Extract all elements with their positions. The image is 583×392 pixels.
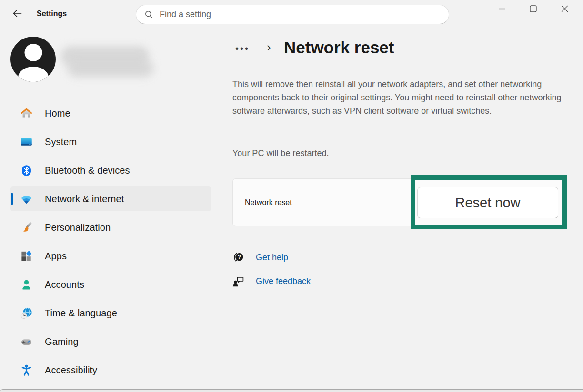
network-reset-label: Network reset [245, 198, 292, 207]
sidebar-item-accessibility[interactable]: Accessibility [10, 358, 211, 382]
sidebar-item-label: Gaming [45, 336, 79, 347]
breadcrumb-ellipsis[interactable]: ••• [235, 44, 250, 53]
back-button[interactable] [10, 7, 24, 21]
sidebar-item-apps[interactable]: Apps [10, 244, 211, 268]
system-icon [20, 136, 33, 148]
accounts-person-icon [20, 278, 33, 291]
bluetooth-icon [20, 164, 33, 177]
sidebar-item-label: System [45, 137, 77, 147]
wifi-icon [20, 193, 33, 206]
apps-icon [20, 250, 33, 263]
give-feedback-icon [232, 275, 245, 288]
back-arrow-icon [12, 8, 22, 20]
accessibility-person-icon [20, 364, 33, 377]
avatar-head-shape [24, 44, 42, 61]
search-input[interactable] [160, 10, 442, 20]
close-button[interactable] [549, 0, 580, 19]
paintbrush-icon [20, 221, 33, 234]
close-icon [560, 4, 570, 16]
globe-clock-icon [20, 307, 33, 320]
selected-indicator [11, 193, 13, 205]
user-email-redacted [68, 60, 153, 77]
restart-note: Your PC will be restarted. [232, 148, 329, 158]
get-help-icon: ? [232, 251, 245, 264]
search-icon [144, 10, 153, 19]
app-title: Settings [37, 10, 67, 18]
get-help-link[interactable]: Get help [256, 253, 288, 263]
window-bottom-edge [0, 389, 583, 392]
avatar-shoulders-shape [18, 67, 49, 82]
maximize-icon [528, 4, 538, 16]
sidebar-item-label: Apps [45, 251, 67, 262]
sidebar-item-bluetooth[interactable]: Bluetooth & devices [10, 158, 211, 183]
avatar[interactable] [10, 37, 56, 82]
window-controls [486, 0, 580, 19]
give-feedback-link[interactable]: Give feedback [256, 276, 311, 286]
reset-now-button[interactable]: Reset now [417, 187, 558, 218]
sidebar-item-gaming[interactable]: Gaming [10, 329, 211, 354]
sidebar-item-label: Accounts [45, 279, 84, 290]
search-box[interactable] [136, 5, 449, 24]
sidebar-item-time-language[interactable]: Time & language [10, 301, 211, 325]
sidebar-item-personalization[interactable]: Personalization [10, 215, 211, 240]
sidebar-item-label: Accessibility [45, 365, 97, 376]
breadcrumb-chevron-icon: › [267, 41, 271, 53]
page-description: This will remove then reinstall all your… [232, 78, 563, 118]
settings-window: Settings Home [0, 0, 583, 392]
sidebar-item-label: Time & language [45, 308, 117, 319]
home-icon [20, 107, 33, 120]
gamepad-icon [20, 335, 33, 348]
sidebar-item-network-internet[interactable]: Network & internet [10, 186, 211, 211]
sidebar-item-label: Personalization [45, 222, 111, 233]
sidebar-item-label: Network & internet [45, 194, 124, 205]
svg-text:?: ? [238, 254, 241, 260]
sidebar-item-label: Home [45, 108, 70, 119]
page-title: Network reset [284, 38, 394, 57]
minimize-icon [497, 4, 507, 16]
sidebar-item-label: Bluetooth & devices [45, 165, 130, 176]
minimize-button[interactable] [486, 0, 517, 19]
maximize-button[interactable] [517, 0, 549, 19]
sidebar-item-accounts[interactable]: Accounts [10, 272, 211, 297]
sidebar-item-system[interactable]: System [10, 129, 211, 154]
sidebar-item-home[interactable]: Home [10, 101, 211, 126]
